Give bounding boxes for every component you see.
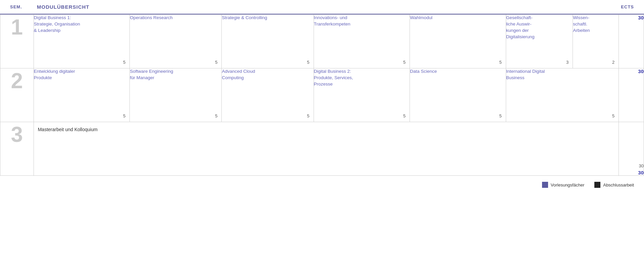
curriculum-table: 1 Digital Business 1:Strategie, Organisa…	[0, 14, 644, 176]
module-name-wahl: Wahlmodul	[410, 15, 506, 21]
legend-purple-box	[542, 182, 548, 188]
semester-2-row: 2 Entwicklung digitalerProdukte 5 Softwa…	[0, 68, 644, 122]
module-ects-ds: 5	[499, 113, 502, 118]
module-cell-wa[interactable]: Wissen-schaftl.Arbeiten 2	[573, 15, 619, 68]
header-sem-label: SEM.	[10, 4, 37, 9]
module-cell-acc[interactable]: Advanced CloudComputing 5	[222, 68, 314, 122]
module-ects-wahl: 5	[499, 60, 502, 65]
module-ects-sc: 5	[307, 60, 309, 65]
module-cell-se[interactable]: Software Engineeringfür Manager 5	[130, 68, 222, 122]
module-cell-idb[interactable]: International DigitalBusiness 5	[506, 68, 619, 122]
module-ects-it: 5	[403, 60, 406, 65]
header-module-label: MODULÜBERSICHT	[37, 4, 621, 10]
module-ects-or: 5	[215, 60, 217, 65]
module-name-wa: Wissen-schaftl.Arbeiten	[573, 15, 619, 34]
module-name-db2: Digital Business 2:Produkte, Services,Pr…	[314, 68, 410, 88]
header: SEM. MODULÜBERSICHT ECTS	[0, 0, 644, 14]
module-ects-db2: 5	[403, 113, 406, 118]
page-wrapper: SEM. MODULÜBERSICHT ECTS 1 Digital Busin…	[0, 0, 644, 268]
module-cell-or[interactable]: Operations Research 5	[130, 15, 222, 68]
module-ects-se: 5	[215, 113, 217, 118]
module-name-acc: Advanced CloudComputing	[222, 68, 313, 81]
module-name-db1: Digital Business 1:Strategie, Organisati…	[34, 15, 130, 34]
module-cell-ds[interactable]: Data Science 5	[410, 68, 506, 122]
legend-abschlussarbeit-label: Abschlussarbeit	[603, 182, 634, 187]
module-name-sc: Strategie & Controlling	[222, 15, 313, 21]
module-cell-db1[interactable]: Digital Business 1:Strategie, Organisati…	[34, 15, 130, 68]
masterarbeit-label: Masterarbeit und Kolloquium	[34, 122, 619, 137]
module-name-edp: Entwicklung digitalerProdukte	[34, 68, 130, 81]
module-cell-db2[interactable]: Digital Business 2:Produkte, Services,Pr…	[314, 68, 410, 122]
module-cell-edp[interactable]: Entwicklung digitalerProdukte 5	[34, 68, 130, 122]
module-name-gad: Gesellschaft-liche Auswir-kungen derDigi…	[506, 15, 573, 40]
module-cell-sc[interactable]: Strategie & Controlling 5	[222, 15, 314, 68]
legend-black-box	[594, 182, 600, 188]
legend-vorlesungsfaecher: Vorlesungsfächer	[542, 182, 584, 188]
module-name-ds: Data Science	[410, 68, 506, 75]
semester-2-number: 2	[0, 68, 34, 122]
module-name-se: Software Engineeringfür Manager	[130, 68, 221, 81]
semester-3-total: 30 30	[619, 122, 644, 176]
legend: Vorlesungsfächer Abschlussarbeit	[0, 176, 644, 191]
module-ects-wa: 2	[612, 60, 614, 65]
legend-abschlussarbeit: Abschlussarbeit	[594, 182, 634, 188]
module-ects-acc: 5	[307, 113, 309, 118]
module-ects-gad: 3	[566, 60, 569, 65]
semester-3-number: 3	[0, 122, 34, 176]
module-cell-wahl[interactable]: Wahlmodul 5	[410, 15, 506, 68]
module-ects-idb: 5	[612, 113, 614, 118]
module-name-idb: International DigitalBusiness	[506, 68, 619, 81]
semester-2-total: 30	[619, 68, 644, 122]
module-ects-edp: 5	[123, 113, 125, 118]
module-cell-it[interactable]: Innovations- undTransferkompeten 5	[314, 15, 410, 68]
semester-3-row: 3 Masterarbeit und Kolloquium 30 30	[0, 122, 644, 176]
masterarbeit-cell: Masterarbeit und Kolloquium	[34, 122, 619, 176]
semester-1-number: 1	[0, 15, 34, 68]
module-name-it: Innovations- undTransferkompeten	[314, 15, 410, 28]
header-ects-label: ECTS	[621, 4, 634, 9]
semester-1-row: 1 Digital Business 1:Strategie, Organisa…	[0, 15, 644, 68]
module-ects-db1: 5	[123, 60, 125, 65]
semester-1-total: 30	[619, 15, 644, 68]
module-name-or: Operations Research	[130, 15, 221, 21]
legend-vorlesungsfaecher-label: Vorlesungsfächer	[551, 182, 584, 187]
module-cell-gad[interactable]: Gesellschaft-liche Auswir-kungen derDigi…	[506, 15, 573, 68]
